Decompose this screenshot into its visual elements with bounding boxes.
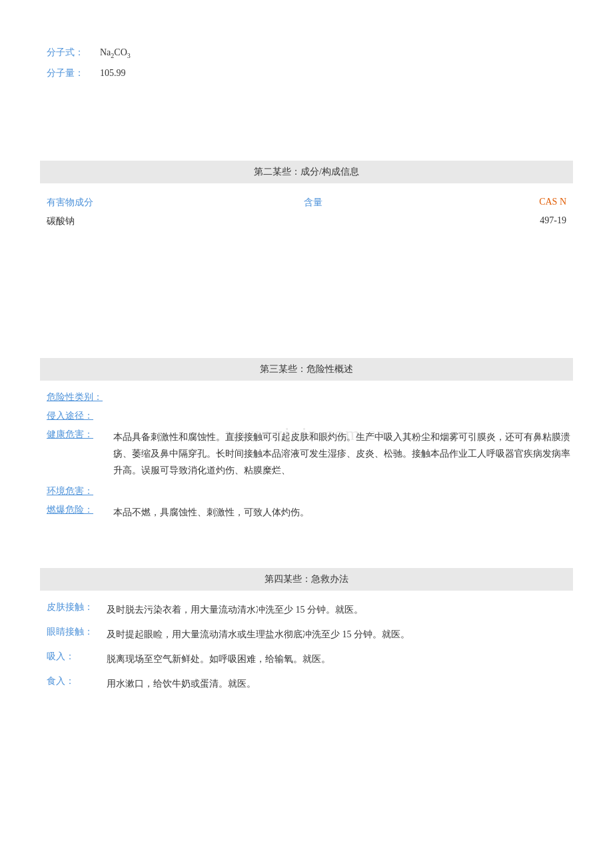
hazard-table-header: 有害物成分 含量 CAS N bbox=[40, 194, 573, 211]
fire-label: 燃爆危险： bbox=[47, 504, 113, 516]
first-aid-text-1: 及时提起眼睑，用大量流动清水或生理盐水彻底冲洗至少 15 分钟。就医。 bbox=[107, 626, 573, 643]
section1-block: 分子式： Na2CO3 分子量： 105.99 bbox=[40, 27, 573, 141]
section2-block: 第二某些：成分/构成信息 有害物成分 含量 CAS N 碳酸钠 497-19 bbox=[40, 161, 573, 338]
section2-header: 第二某些：成分/构成信息 bbox=[40, 161, 573, 183]
first-aid-item-3: 食入：用水漱口，给饮牛奶或蛋清。就医。 bbox=[40, 675, 573, 692]
section4-header: 第四某些：急救办法 bbox=[40, 568, 573, 591]
section3-block: 第三某些：危险性概述 危险性类别： 侵入途径： 健康危害： 本品具备刺激性和腐蚀… bbox=[40, 358, 573, 548]
env-label: 环境危害： bbox=[47, 485, 113, 497]
formula-label: 分子式： bbox=[47, 47, 100, 59]
first-aid-label-3: 食入： bbox=[47, 675, 107, 687]
col-cas-header: CAS N bbox=[446, 197, 566, 209]
danger-type-label: 危险性类别： bbox=[47, 391, 113, 403]
col-component-header: 有害物成分 bbox=[47, 197, 180, 209]
col-content-header: 含量 bbox=[180, 197, 446, 209]
row-component-value: 碳酸钠 bbox=[47, 215, 180, 227]
health-row: 健康危害： 本品具备刺激性和腐蚀性。直接接触可引起皮肤和眼灼伤。生产中吸入其粉尘… bbox=[40, 429, 573, 479]
entry-row: 侵入途径： bbox=[40, 410, 573, 422]
first-aid-label-1: 眼睛接触： bbox=[47, 626, 107, 638]
first-aid-text-3: 用水漱口，给饮牛奶或蛋清。就医。 bbox=[107, 675, 573, 692]
first-aid-item-0: 皮肤接触：及时脱去污染衣着，用大量流动清水冲洗至少 15 分钟。就医。 bbox=[40, 601, 573, 618]
health-value: 本品具备刺激性和腐蚀性。直接接触可引起皮肤和眼灼伤。生产中吸入其粉尘和烟雾可引膜… bbox=[113, 429, 573, 479]
entry-label: 侵入途径： bbox=[47, 410, 113, 422]
hazard-table-row: 碳酸钠 497-19 bbox=[40, 211, 573, 231]
health-label: 健康危害： bbox=[47, 429, 113, 441]
first-aid-item-2: 吸入：脱离现场至空气新鲜处。如呼吸困难，给输氧。就医。 bbox=[40, 651, 573, 667]
weight-row: 分子量： 105.99 bbox=[40, 67, 573, 79]
first-aid-text-2: 脱离现场至空气新鲜处。如呼吸困难，给输氧。就医。 bbox=[107, 651, 573, 667]
first-aid-item-1: 眼睛接触：及时提起眼睑，用大量流动清水或生理盐水彻底冲洗至少 15 分钟。就医。 bbox=[40, 626, 573, 643]
formula-value: Na2CO3 bbox=[100, 47, 131, 59]
env-row: 环境危害： bbox=[40, 485, 573, 497]
first-aid-list: 皮肤接触：及时脱去污染衣着，用大量流动清水冲洗至少 15 分钟。就医。眼睛接触：… bbox=[40, 601, 573, 693]
weight-label: 分子量： bbox=[47, 67, 100, 79]
danger-type-row: 危险性类别： bbox=[40, 391, 573, 403]
row-content-value bbox=[180, 215, 446, 227]
weight-value: 105.99 bbox=[100, 68, 126, 79]
first-aid-text-0: 及时脱去污染衣着，用大量流动清水冲洗至少 15 分钟。就医。 bbox=[107, 601, 573, 618]
first-aid-label-2: 吸入： bbox=[47, 651, 107, 663]
row-cas-value: 497-19 bbox=[446, 215, 566, 227]
fire-row: 燃爆危险： 本品不燃，具腐蚀性、刺激性，可致人体灼伤。 bbox=[40, 504, 573, 521]
formula-row: 分子式： Na2CO3 bbox=[40, 47, 573, 59]
section4-block: 第四某些：急救办法 皮肤接触：及时脱去污染衣着，用大量流动清水冲洗至少 15 分… bbox=[40, 568, 573, 693]
first-aid-label-0: 皮肤接触： bbox=[47, 601, 107, 613]
section3-header: 第三某些：危险性概述 bbox=[40, 358, 573, 381]
fire-value: 本品不燃，具腐蚀性、刺激性，可致人体灼伤。 bbox=[113, 504, 573, 521]
